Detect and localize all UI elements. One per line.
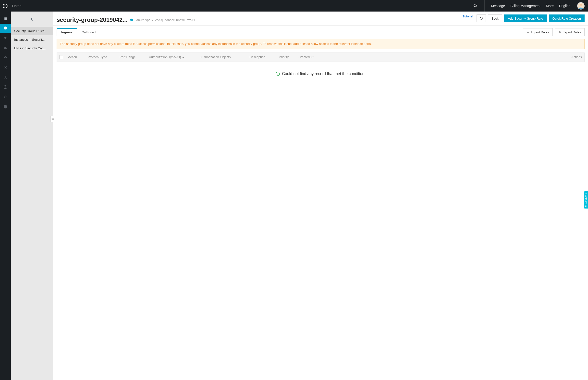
- svg-rect-5: [4, 17, 5, 18]
- contact-us-button[interactable]: Contact Us: [584, 191, 588, 209]
- rail-piggy-icon[interactable]: [0, 34, 11, 42]
- rules-toolbar: Import Rules Export Rules: [523, 28, 585, 36]
- svg-point-16: [5, 76, 6, 76]
- rail-shuffle-icon[interactable]: [0, 63, 11, 72]
- nav-billing[interactable]: Billing Management: [510, 4, 540, 8]
- svg-point-1: [474, 4, 477, 7]
- export-rules-label: Export Rules: [563, 30, 581, 34]
- svg-rect-6: [5, 17, 6, 18]
- col-authorization-objects: Authorization Objects: [200, 55, 247, 59]
- col-authorization-type-label: Authorization Type(All): [149, 55, 181, 59]
- caret-down-icon: [182, 56, 185, 58]
- rules-table: Action Protocol Type Port Range Authoriz…: [57, 53, 585, 62]
- tutorial-link[interactable]: Tutorial: [463, 15, 473, 22]
- page-title: security-group-2019042...: [57, 17, 127, 23]
- svg-point-15: [6, 38, 6, 38]
- svg-point-20: [5, 96, 6, 98]
- breadcrumb-separator: /: [152, 18, 153, 22]
- sidepanel-collapse-handle[interactable]: [51, 116, 55, 122]
- topbar-left: Home: [2, 3, 21, 9]
- topbar-right: Message Billing Management More English: [473, 0, 585, 12]
- tabs: Ingress Outbound: [57, 28, 100, 36]
- back-button-label: Back: [491, 17, 499, 20]
- nav-home[interactable]: Home: [12, 4, 21, 8]
- svg-point-28: [278, 73, 278, 73]
- nav-message[interactable]: Message: [491, 4, 505, 8]
- empty-state: Could not find any record that met the c…: [53, 62, 588, 81]
- rail-globe-icon[interactable]: [0, 83, 11, 92]
- svg-rect-24: [527, 32, 529, 33]
- add-security-group-rule-button[interactable]: Add Security Group Rule: [504, 15, 547, 22]
- export-rules-button[interactable]: Export Rules: [555, 28, 585, 36]
- empty-state-text: Could not find any record that met the c…: [282, 72, 365, 76]
- quick-rule-creation-button[interactable]: Quick Rule Creation: [549, 15, 585, 22]
- rail-apps-icon[interactable]: [0, 14, 11, 23]
- rail-dot-icon[interactable]: [0, 102, 11, 111]
- quick-rule-label: Quick Rule Creation: [553, 17, 581, 20]
- col-created-at: Created At: [298, 55, 328, 59]
- brand-logo-icon[interactable]: [2, 3, 8, 9]
- col-priority: Priority: [279, 55, 296, 59]
- nav-more[interactable]: More: [546, 4, 554, 8]
- sidepanel-back[interactable]: [11, 12, 53, 27]
- breadcrumb: ab-lto-vpc / vpc-rj9nabonrunnhw10wrkr1: [136, 18, 195, 22]
- tab-outbound[interactable]: Outbound: [77, 28, 100, 36]
- no-rules-alert: The security group does not have any cus…: [57, 39, 585, 49]
- add-rule-label: Add Security Group Rule: [508, 17, 543, 20]
- chevron-left-icon: [29, 17, 34, 21]
- breadcrumb-vpc-name[interactable]: ab-lto-vpc: [136, 18, 150, 22]
- cloud-icon: [130, 18, 134, 21]
- rail-database-icon[interactable]: [0, 24, 11, 33]
- svg-marker-26: [182, 57, 184, 58]
- import-rules-button[interactable]: Import Rules: [523, 28, 553, 36]
- upload-icon: [526, 30, 529, 34]
- import-rules-label: Import Rules: [531, 30, 549, 34]
- col-actions: Actions: [330, 55, 582, 59]
- refresh-icon: [480, 17, 483, 21]
- svg-line-2: [476, 6, 477, 7]
- col-port: Port Range: [120, 55, 147, 59]
- icon-rail: [0, 12, 11, 380]
- rail-bug-icon[interactable]: [0, 93, 11, 101]
- download-icon: [558, 30, 561, 34]
- rail-cloud-icon[interactable]: [0, 43, 11, 52]
- tab-ingress[interactable]: Ingress: [57, 28, 77, 36]
- svg-rect-7: [6, 17, 7, 18]
- svg-rect-8: [4, 18, 5, 19]
- topbar-divider: [484, 0, 484, 12]
- svg-rect-12: [5, 19, 6, 20]
- col-protocol: Protocol Type: [88, 55, 117, 59]
- breadcrumb-vpc-id[interactable]: vpc-rj9nabonrunnhw10wrkr1: [155, 18, 195, 22]
- info-icon: [276, 72, 280, 76]
- refresh-button[interactable]: [477, 15, 486, 22]
- back-button[interactable]: Back: [488, 15, 502, 22]
- tabs-toolbar-row: Ingress Outbound Import Rules Export Rul…: [53, 25, 588, 36]
- search-icon[interactable]: [473, 3, 478, 8]
- svg-rect-11: [4, 19, 5, 20]
- main: security-group-2019042... ab-lto-vpc / v…: [53, 12, 588, 380]
- col-description: Description: [249, 55, 276, 59]
- svg-rect-13: [6, 19, 7, 20]
- svg-rect-9: [5, 18, 6, 19]
- header-actions: Tutorial Back Add Security Group Rule Qu…: [463, 15, 585, 25]
- select-all-checkbox[interactable]: [59, 55, 63, 59]
- sidebar-item-enis[interactable]: ENIs in Security Gro...: [11, 44, 53, 53]
- sidebar-item-security-group-rules[interactable]: Security Group Rules: [11, 27, 53, 35]
- rail-network-icon[interactable]: [0, 73, 11, 82]
- topbar: Home Message Billing Management More Eng…: [0, 0, 588, 12]
- table-header: Action Protocol Type Port Range Authoriz…: [57, 53, 584, 62]
- body: Security Group Rules Instances in Securi…: [0, 12, 588, 380]
- col-action: Action: [68, 55, 85, 59]
- avatar[interactable]: [577, 2, 585, 10]
- sidepanel: Security Group Rules Instances in Securi…: [11, 12, 53, 380]
- svg-rect-25: [559, 32, 561, 33]
- sidebar-item-instances[interactable]: Instances in Securit...: [11, 35, 53, 44]
- col-authorization-type[interactable]: Authorization Type(All): [149, 55, 198, 59]
- rail-cloud-arrow-icon[interactable]: [0, 53, 11, 62]
- nav-language[interactable]: English: [559, 4, 570, 8]
- page-header: security-group-2019042... ab-lto-vpc / v…: [53, 12, 588, 25]
- svg-rect-10: [6, 18, 7, 19]
